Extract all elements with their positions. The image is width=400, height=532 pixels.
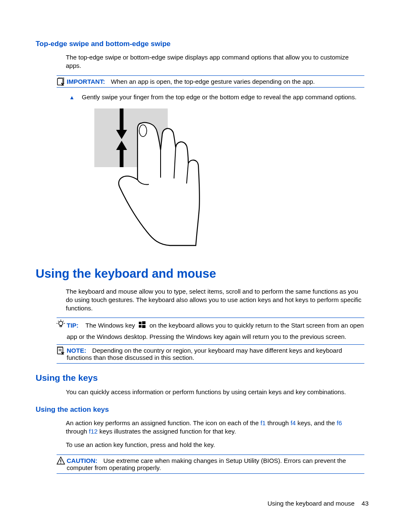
- heading-using-keys: Using the keys: [36, 373, 369, 383]
- caution-label: CAUTION:: [67, 457, 97, 464]
- note-label: NOTE:: [67, 347, 86, 354]
- step-swipe-text: Gently swipe your finger from the top ed…: [82, 93, 356, 101]
- heading-action-keys: Using the action keys: [36, 405, 369, 414]
- step-swipe: ▲ Gently swipe your finger from the top …: [81, 93, 364, 101]
- caution-text: Use extreme care when making changes in …: [67, 457, 346, 471]
- svg-rect-17: [139, 322, 142, 324]
- svg-rect-20: [142, 325, 145, 328]
- svg-rect-18: [142, 321, 145, 324]
- tip-text-before: The Windows key: [86, 322, 135, 329]
- page-number: 43: [361, 500, 369, 507]
- callout-caution: CAUTION: Use extreme care when making ch…: [57, 455, 364, 474]
- windows-key-icon: [138, 321, 146, 332]
- triangle-bullet-icon: ▲: [69, 94, 75, 101]
- tip-content: TIP: The Windows key on the keyboard all…: [67, 320, 364, 342]
- heading-top-edge-swipe: Top-edge swipe and bottom-edge swipe: [36, 40, 369, 48]
- paragraph-action-keys-2: To use an action key function, press and…: [66, 441, 364, 449]
- important-label: IMPORTANT:: [67, 78, 105, 85]
- paragraph-swipe-intro: The top-edge swipe or bottom-edge swipe …: [66, 53, 364, 70]
- svg-point-10: [59, 321, 63, 325]
- paragraph-action-keys-1: An action key performs an assigned funct…: [66, 419, 364, 436]
- important-icon: [57, 77, 65, 86]
- caution-icon: [57, 457, 65, 465]
- callout-important: IMPORTANT: When an app is open, the top-…: [57, 75, 364, 88]
- callout-note: NOTE: Depending on the country or region…: [57, 345, 364, 364]
- svg-point-26: [60, 462, 61, 463]
- link-f4[interactable]: f4: [291, 419, 296, 426]
- tip-icon: [57, 320, 65, 328]
- footer-title: Using the keyboard and mouse: [268, 500, 355, 507]
- svg-line-15: [58, 321, 59, 322]
- svg-rect-19: [139, 325, 142, 328]
- page-footer: Using the keyboard and mouse 43: [268, 500, 369, 507]
- link-f12[interactable]: f12: [89, 428, 98, 435]
- svg-line-16: [63, 321, 64, 322]
- paragraph-keyboard-intro: The keyboard and mouse allow you to type…: [66, 287, 364, 313]
- link-f1[interactable]: f1: [260, 419, 266, 426]
- heading-keyboard-mouse: Using the keyboard and mouse: [36, 267, 369, 281]
- paragraph-using-keys: You can quickly access information or pe…: [66, 388, 364, 396]
- document-page: Top-edge swipe and bottom-edge swipe The…: [0, 0, 400, 532]
- link-f6[interactable]: f6: [337, 419, 342, 426]
- svg-rect-11: [60, 325, 62, 327]
- note-icon: [57, 346, 65, 355]
- important-text: When an app is open, the top-edge gestur…: [111, 78, 315, 85]
- callout-tip: TIP: The Windows key on the keyboard all…: [57, 318, 364, 344]
- note-text: Depending on the country or region, your…: [67, 347, 342, 361]
- tip-label: TIP:: [67, 322, 78, 329]
- figure-edge-swipe: [90, 106, 369, 254]
